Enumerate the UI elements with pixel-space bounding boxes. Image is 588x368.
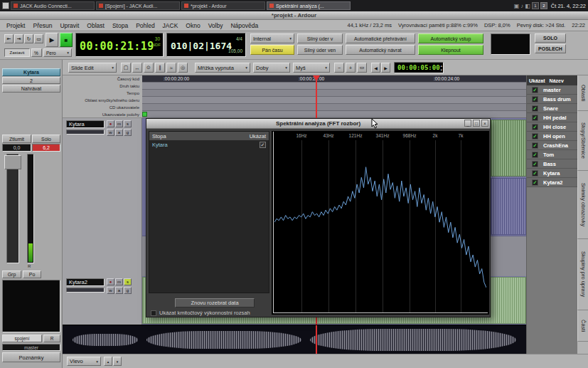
minimize-button[interactable]: _ [464, 120, 471, 127]
loop-button[interactable]: ↻ [24, 34, 33, 43]
timefx-tool-button[interactable]: ∥ [155, 63, 165, 73]
mixer-return-button[interactable]: R [43, 335, 60, 342]
track-rec-button-kytara2[interactable]: ● [107, 278, 114, 285]
track-gain-slider-kytara2[interactable] [66, 288, 105, 293]
cd-marker-ruler[interactable] [142, 104, 526, 111]
nudge-right-button[interactable]: ▶ [381, 63, 390, 73]
menu-oblast[interactable]: Oblast [83, 22, 108, 29]
spin-down-icon[interactable]: ▾ [440, 68, 443, 72]
secondary-clock[interactable]: 010|02|1674 4/4 105,00 [166, 33, 246, 57]
edit-mode-combo[interactable]: Slide Edit ▾ [68, 63, 117, 73]
shuttle-style-combo[interactable]: Pero ▾ [43, 48, 72, 57]
time-master-button[interactable]: Pán času [250, 45, 294, 55]
region-kytara-b[interactable] [491, 178, 526, 235]
overview-playhead[interactable] [316, 325, 317, 354]
region-kytara-a[interactable] [491, 120, 526, 177]
loop-punch-ruler[interactable] [142, 97, 526, 104]
mixer-track-name-button[interactable]: Kytara [2, 68, 60, 76]
track-width-button-kytara2[interactable]: w [107, 287, 114, 294]
menu-okno[interactable]: Okno [182, 22, 203, 29]
tray-display-icon[interactable]: ▣ [514, 3, 520, 9]
goto-start-button[interactable]: ⇤ [4, 34, 14, 43]
show-range-checkbox-row[interactable]: Ukázat kmitočtový výkonnostní rozsah [151, 310, 250, 316]
dialog-track-checkbox[interactable]: ✓ [260, 142, 266, 148]
tray-sound-icon[interactable]: ♪ [520, 3, 523, 9]
mixer-comments-button[interactable]: Poznámky [2, 352, 60, 362]
ruler-label-meter[interactable]: Druh taktu [119, 84, 139, 88]
visible-checkbox[interactable]: ✓ [532, 179, 538, 186]
mixer-gain-display[interactable]: 0,0 [2, 144, 31, 152]
range-tool-button[interactable]: ↔ [132, 63, 142, 73]
track-mute-button-kytara[interactable]: m [115, 120, 123, 127]
tempo-ruler[interactable] [142, 90, 526, 97]
track-auto-button-kytara2[interactable]: a [115, 287, 123, 294]
menu-stopa[interactable]: Stopa [109, 22, 132, 29]
menu-pohled[interactable]: Pohled [132, 22, 158, 29]
goto-end-button[interactable]: ⇥ [14, 34, 23, 43]
tab-regions[interactable]: Oblasti [577, 75, 588, 111]
ruler-label-timecode[interactable]: Časový kód [117, 77, 139, 81]
track-auto-button-kytara[interactable]: a [115, 129, 123, 136]
edit-point-combo[interactable]: Myš ▾ [293, 63, 330, 73]
tab-tracks-busses[interactable]: Stopy/Sběrnice [577, 111, 588, 171]
pan-mode-combo[interactable]: Vlevo ▾ [67, 357, 101, 366]
workspace-2[interactable]: 2 [540, 2, 547, 9]
shuttle-units-combo[interactable]: % [31, 48, 42, 57]
gain-fader-track[interactable] [6, 154, 19, 263]
snap-unit-combo[interactable]: Doby ▾ [253, 63, 290, 73]
col-track-label[interactable]: Stopa [152, 133, 166, 140]
track-row-hhpedal[interactable]: ✓HH pedal [527, 113, 577, 122]
visible-checkbox[interactable]: ✓ [532, 161, 538, 167]
audition-alert-button[interactable]: POSLECH [535, 44, 566, 53]
track-group-button-kytara2[interactable]: g [124, 287, 132, 294]
tab-snapshots[interactable]: Snímky obrazovky [577, 171, 588, 239]
track-solo-button-kytara[interactable]: s [124, 120, 132, 127]
track-name-plate-kytara2[interactable]: Kytara2 [66, 278, 105, 286]
tray-mixer-icon[interactable]: ◧ [525, 3, 530, 9]
mixer-peak-display[interactable]: 6,2 [32, 144, 60, 152]
listen-tool-button[interactable]: ◎ [178, 63, 188, 73]
app-launcher-icon[interactable] [2, 2, 9, 9]
click-button[interactable]: Klepnout [418, 45, 483, 55]
reanalyze-button[interactable]: Znovu rozebrat data [175, 298, 255, 307]
visible-checkbox[interactable]: ✓ [532, 142, 538, 149]
menu-upravit[interactable]: Upravit [56, 22, 82, 29]
pan-spin-down-button[interactable]: ▾ [113, 357, 122, 366]
shuttle-speed-display[interactable]: Zastavit [4, 48, 30, 57]
zoom-fit-button[interactable]: ▭ [357, 63, 367, 73]
mixer-redirect-box[interactable] [2, 280, 60, 332]
mixer-solo-button[interactable]: Sólo [32, 135, 60, 143]
mixer-group-button[interactable]: Grp [2, 270, 21, 278]
mixer-record-button[interactable]: Nahrávat [2, 85, 60, 93]
auto-return-button[interactable]: Automatický návrat [346, 45, 415, 55]
zoom-out-button[interactable]: − [334, 63, 344, 73]
track-row-master[interactable]: ✓master [527, 85, 577, 95]
col-show-label[interactable]: Ukázat [250, 133, 266, 140]
track-row-snare[interactable]: ✓Snare [527, 104, 577, 113]
location-marker-ruler[interactable] [142, 111, 526, 118]
sync-source-combo[interactable]: Internal ▾ [250, 33, 294, 43]
dialog-track-row[interactable]: Kytara ✓ [149, 140, 269, 149]
mixer-connection-button[interactable]: spojení [2, 335, 42, 342]
draw-tool-button[interactable]: ≈ [166, 63, 176, 73]
snap-mode-combo[interactable]: Mřížka vypnuta ▾ [195, 63, 250, 73]
taskbar-window-jack[interactable]: JACK Audio Connecti... [11, 1, 95, 10]
tab-edit-groups[interactable]: Skupiny pro úpravy [577, 239, 588, 310]
menu-jack[interactable]: JACK [159, 22, 182, 29]
track-row-tom[interactable]: ✓Tom [527, 150, 577, 159]
show-range-checkbox[interactable] [151, 310, 156, 316]
track-row-crash[interactable]: ✓CrashEna [527, 141, 577, 150]
visible-checkbox[interactable]: ✓ [532, 133, 538, 140]
col-show-label[interactable]: Ukázat [529, 78, 545, 83]
ruler-label-cd-markers[interactable]: CD ukazovatele [109, 105, 139, 110]
mixer-post-button[interactable]: Po [23, 270, 41, 278]
play-range-button[interactable]: ▭ [34, 34, 43, 43]
track-row-bassdrum[interactable]: ✓Bass drum [527, 95, 577, 104]
maximize-button[interactable]: □ [473, 120, 480, 127]
mixer-mute-button[interactable]: Ztlumit [2, 135, 31, 143]
taskbar-window-ardour[interactable]: *projekt - Ardour [181, 1, 265, 10]
meter-ruler[interactable] [142, 83, 526, 90]
track-width-button-kytara[interactable]: w [107, 129, 114, 136]
timeline-rulers[interactable]: :00:00:20:00 :00:00:22:00 :00:00:24:00 [142, 75, 526, 118]
window-titlebar[interactable]: *projekt - Ardour [0, 11, 588, 20]
